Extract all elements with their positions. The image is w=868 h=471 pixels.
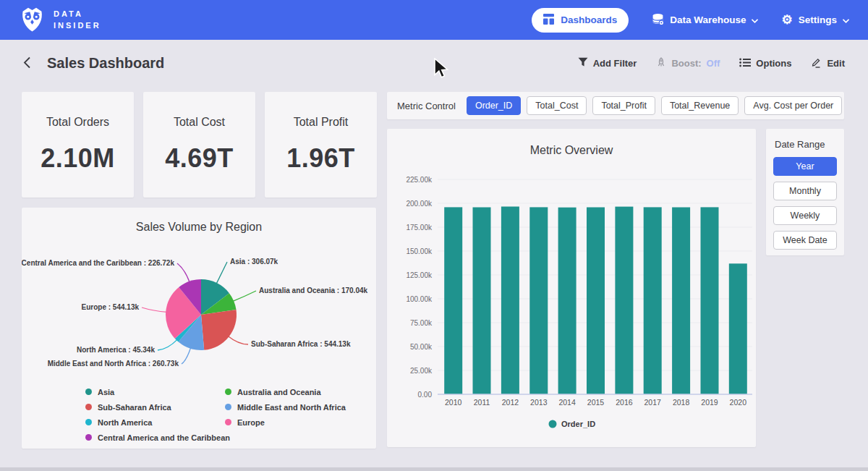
top-navbar: DATA INSIDER Dashboards: [0, 0, 868, 40]
dashboards-grid-icon: [543, 14, 554, 27]
bar-2017[interactable]: [644, 207, 662, 394]
date-range-option-weekly[interactable]: Weekly: [773, 206, 837, 225]
x-axis-tick-label: 2010: [445, 398, 462, 407]
pie-slice-label: Middle East and North Africa : 260.73k: [48, 360, 179, 368]
legend-dot: [85, 434, 92, 441]
x-axis-tick-label: 2012: [502, 398, 519, 407]
date-range-option-week-date[interactable]: Week Date: [773, 231, 837, 250]
legend-label: Middle East and North Africa: [237, 403, 346, 412]
database-icon: [652, 13, 664, 27]
date-range-option-year[interactable]: Year: [773, 157, 837, 176]
legend-item-europe[interactable]: Europe: [225, 415, 346, 430]
brand-line2: INSIDER: [54, 20, 101, 32]
x-axis-tick-label: 2019: [701, 398, 718, 407]
y-axis-tick-label: 175.00k: [406, 224, 433, 232]
options-button[interactable]: Options: [739, 58, 791, 69]
legend-dot: [225, 419, 231, 425]
bar-legend-label[interactable]: Order_ID: [561, 420, 595, 428]
pie-legend: AsiaSub-Saharan AfricaNorth AmericaCentr…: [85, 384, 346, 445]
date-range-label: Date Range: [775, 139, 837, 150]
edit-button[interactable]: Edit: [811, 57, 845, 70]
y-axis-tick-label: 150.00k: [406, 247, 433, 255]
bar-2014[interactable]: [558, 208, 576, 394]
pie-label-connector: [142, 307, 167, 312]
brand-name: DATA INSIDER: [54, 9, 101, 32]
metric-option-order-id[interactable]: Order_ID: [467, 96, 521, 115]
metric-control-label: Metric Control: [397, 101, 456, 111]
nav-data-warehouse-label: Data Warehouse: [670, 14, 746, 25]
legend-label: Sub-Saharan Africa: [98, 403, 171, 412]
metric-option-total-profit[interactable]: Total_Profit: [592, 96, 655, 115]
x-axis-tick-label: 2020: [730, 398, 747, 407]
bar-2011[interactable]: [473, 208, 491, 395]
x-axis-tick-label: 2014: [558, 398, 576, 407]
y-axis-tick-label: 225.00k: [406, 176, 433, 184]
legend-label: Asia: [98, 388, 114, 396]
boost-toggle[interactable]: Boost: Off: [656, 57, 720, 70]
y-axis-tick-label: 50.00k: [410, 343, 433, 351]
bar-2020[interactable]: [729, 263, 747, 394]
app-root: DATA INSIDER Dashboards: [0, 0, 868, 471]
date-range-options: YearMonthlyWeeklyWeek Date: [773, 157, 837, 250]
pie-label-connector: [182, 347, 191, 364]
bar-chart: 0.0025.00k50.00k75.00k100.00k125.00k150.…: [387, 129, 756, 447]
legend-item-sub-saharan-africa[interactable]: Sub-Saharan Africa: [85, 399, 225, 415]
owl-logo-icon: [19, 4, 46, 36]
date-range-option-monthly[interactable]: Monthly: [773, 182, 837, 200]
legend-dot: [85, 389, 92, 395]
x-axis-tick-label: 2013: [530, 398, 548, 407]
kpi-label: Total Orders: [46, 116, 109, 129]
back-button[interactable]: [23, 56, 31, 71]
pie-slice-sub-saharan-africa[interactable]: [201, 310, 237, 350]
pencil-icon: [811, 57, 822, 70]
chevron-down-icon: [752, 14, 758, 25]
add-filter-button[interactable]: Add Filter: [578, 57, 637, 69]
y-axis-tick-label: 100.00k: [406, 295, 433, 303]
pie-slice-label: Central America and the Caribbean : 226.…: [22, 259, 174, 267]
legend-item-australia-and-oceania[interactable]: Australia and Oceania: [225, 384, 346, 399]
legend-label: Central America and the Caribbean: [98, 433, 230, 442]
legend-item-north-america[interactable]: North America: [85, 415, 225, 430]
x-axis-tick-label: 2015: [587, 398, 605, 407]
pie-slice-label: Asia : 306.07k: [230, 258, 278, 266]
y-axis-tick-label: 200.00k: [406, 200, 433, 208]
nav-settings[interactable]: ⚙ Settings: [781, 14, 849, 26]
nav-data-warehouse[interactable]: Data Warehouse: [652, 13, 758, 27]
pie-legend-column: Australia and OceaniaMiddle East and Nor…: [225, 384, 346, 445]
page-header: Sales Dashboard Add Filter Boost: Off: [0, 40, 868, 87]
bar-2012[interactable]: [501, 207, 519, 395]
options-label: Options: [756, 58, 791, 69]
legend-item-asia[interactable]: Asia: [85, 384, 225, 399]
metric-option-total-revenue[interactable]: Total_Revenue: [661, 96, 739, 115]
add-filter-label: Add Filter: [593, 58, 637, 69]
pie-label-connector: [177, 263, 190, 283]
pie-label-connector: [232, 291, 256, 302]
metric-option-avg-cost-per-order[interactable]: Avg. Cost per Order: [744, 96, 842, 115]
nav-dashboards-button[interactable]: Dashboards: [532, 8, 629, 33]
bar-2019[interactable]: [701, 207, 719, 394]
bar-2016[interactable]: [615, 207, 633, 394]
bar-2010[interactable]: [444, 207, 462, 394]
kpi-value: 4.69T: [165, 143, 234, 174]
legend-item-middle-east-and-north-africa[interactable]: Middle East and North Africa: [225, 399, 346, 415]
bar-chart-card: Metric Overview 0.0025.00k50.00k75.00k10…: [387, 129, 756, 447]
y-axis-tick-label: 125.00k: [406, 271, 433, 279]
kpi-value: 1.96T: [286, 143, 355, 174]
edit-label: Edit: [827, 58, 845, 69]
bar-2018[interactable]: [672, 208, 690, 395]
y-axis-tick-label: 25.00k: [410, 367, 433, 375]
metric-option-total-cost[interactable]: Total_Cost: [527, 96, 587, 115]
boost-label: Boost:: [671, 58, 701, 69]
metric-control-options: Order_IDTotal_CostTotal_ProfitTotal_Reve…: [467, 96, 842, 115]
header-actions: Add Filter Boost: Off: [578, 57, 845, 70]
pie-label-connector: [158, 339, 178, 350]
kpi-label: Total Profit: [294, 116, 349, 129]
x-axis-tick-label: 2016: [616, 398, 633, 407]
bar-2013[interactable]: [529, 207, 548, 394]
legend-item-central-america-and-the-caribbean[interactable]: Central America and the Caribbean: [85, 430, 225, 445]
pie-slice-label: Europe : 544.13k: [82, 303, 140, 311]
date-range-card: Date Range YearMonthlyWeeklyWeek Date: [766, 129, 844, 255]
brand-logo[interactable]: DATA INSIDER: [19, 4, 101, 36]
chevron-down-icon: [843, 14, 849, 25]
bar-2015[interactable]: [587, 208, 605, 395]
